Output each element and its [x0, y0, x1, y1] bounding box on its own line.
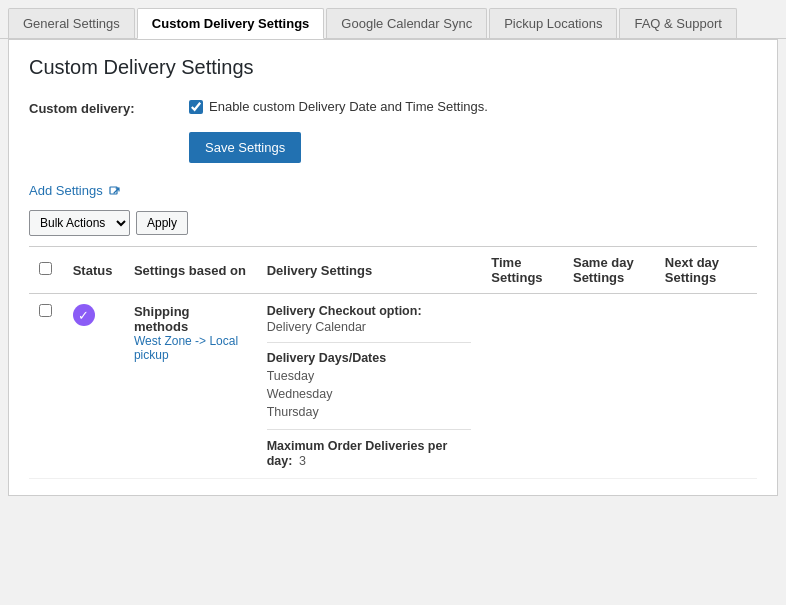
- custom-delivery-row: Custom delivery: Enable custom Delivery …: [29, 99, 757, 116]
- save-row: Save Settings: [189, 132, 757, 163]
- th-status: Status: [63, 247, 124, 294]
- enable-custom-checkbox[interactable]: [189, 100, 203, 114]
- page-title: Custom Delivery Settings: [29, 56, 757, 79]
- nav-tabs: General Settings Custom Delivery Setting…: [0, 0, 786, 39]
- max-orders-row: Maximum Order Deliveries per day: 3: [267, 438, 472, 468]
- tab-google-calendar-sync[interactable]: Google Calendar Sync: [326, 8, 487, 38]
- row-time-cell: [481, 294, 563, 479]
- th-sameday-settings: Same day Settings: [563, 247, 655, 294]
- row-status-cell: ✓: [63, 294, 124, 479]
- delivery-divider-1: [267, 342, 472, 343]
- tab-custom-delivery-settings[interactable]: Custom Delivery Settings: [137, 8, 325, 39]
- row-settings-based-cell: Shipping methods West Zone -> Local pick…: [124, 294, 257, 479]
- main-content: Custom Delivery Settings Custom delivery…: [8, 39, 778, 496]
- add-settings-link[interactable]: Add Settings: [29, 183, 121, 198]
- row-nextday-cell: [655, 294, 757, 479]
- row-delivery-cell: Delivery Checkout option: Delivery Calen…: [257, 294, 482, 479]
- max-orders-value: 3: [299, 454, 306, 468]
- delivery-day-wednesday: Wednesday: [267, 385, 472, 403]
- tab-general-settings[interactable]: General Settings: [8, 8, 135, 38]
- external-link-icon: [109, 186, 121, 198]
- row-checkbox-cell: [29, 294, 63, 479]
- th-settings-based: Settings based on: [124, 247, 257, 294]
- tab-pickup-locations[interactable]: Pickup Locations: [489, 8, 617, 38]
- th-time-settings: Time Settings: [481, 247, 563, 294]
- custom-delivery-field: Enable custom Delivery Date and Time Set…: [189, 99, 488, 114]
- th-checkbox: [29, 247, 63, 294]
- header-row: Status Settings based on Delivery Settin…: [29, 247, 757, 294]
- checkout-option-value: Delivery Calendar: [267, 320, 472, 334]
- custom-delivery-label: Custom delivery:: [29, 99, 189, 116]
- enable-custom-label: Enable custom Delivery Date and Time Set…: [209, 99, 488, 114]
- add-settings-label: Add Settings: [29, 183, 103, 198]
- apply-button[interactable]: Apply: [136, 211, 188, 235]
- bulk-actions-select[interactable]: Bulk Actions Delete: [29, 210, 130, 236]
- th-delivery-settings: Delivery Settings: [257, 247, 482, 294]
- row-sameday-cell: [563, 294, 655, 479]
- table-row: ✓ Shipping methods West Zone -> Local pi…: [29, 294, 757, 479]
- row-checkbox[interactable]: [39, 304, 52, 317]
- save-settings-button[interactable]: Save Settings: [189, 132, 301, 163]
- delivery-table: Status Settings based on Delivery Settin…: [29, 246, 757, 479]
- delivery-days-label: Delivery Days/Dates: [267, 351, 472, 365]
- delivery-day-thursday: Thursday: [267, 403, 472, 421]
- table-header: Status Settings based on Delivery Settin…: [29, 247, 757, 294]
- settings-based-main: Shipping methods: [134, 304, 247, 334]
- bulk-actions-row: Bulk Actions Delete Apply: [29, 210, 757, 236]
- table-body: ✓ Shipping methods West Zone -> Local pi…: [29, 294, 757, 479]
- settings-based-sub: West Zone -> Local pickup: [134, 334, 247, 362]
- checkout-option-label: Delivery Checkout option:: [267, 304, 472, 318]
- delivery-divider-2: [267, 429, 472, 430]
- th-nextday-settings: Next day Settings: [655, 247, 757, 294]
- select-all-checkbox[interactable]: [39, 262, 52, 275]
- max-orders-label: Maximum Order Deliveries per day:: [267, 439, 448, 468]
- page-wrap: General Settings Custom Delivery Setting…: [0, 0, 786, 605]
- delivery-day-tuesday: Tuesday: [267, 367, 472, 385]
- status-active-icon: ✓: [73, 304, 95, 326]
- tab-faq-support[interactable]: FAQ & Support: [619, 8, 736, 38]
- add-settings-row: Add Settings: [29, 183, 757, 198]
